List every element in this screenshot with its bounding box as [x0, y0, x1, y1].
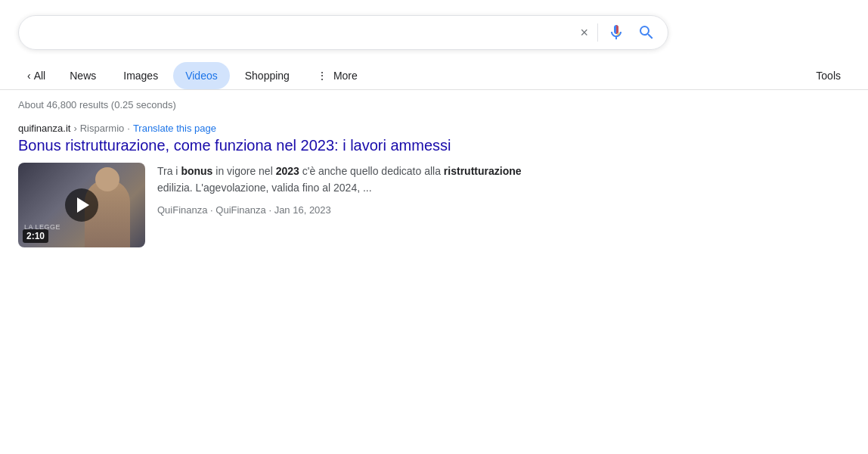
- tab-more[interactable]: ⋮ More: [305, 62, 370, 89]
- tab-news-label: News: [70, 70, 96, 82]
- back-arrow: ‹: [27, 70, 31, 82]
- tools-label: Tools: [816, 70, 841, 82]
- play-triangle-icon: [77, 197, 89, 213]
- mic-icon[interactable]: [607, 23, 625, 42]
- tab-more-label: More: [333, 70, 358, 82]
- result-snippet: Tra i bonus in vigore nel 2023 c'è anche…: [157, 163, 556, 219]
- tab-news[interactable]: News: [57, 62, 108, 89]
- tab-all[interactable]: ‹ All: [18, 62, 54, 89]
- result-source: quifinanza.it › Risparmio · Translate th…: [18, 123, 556, 134]
- tools-button[interactable]: Tools: [807, 62, 850, 89]
- search-icon[interactable]: [637, 23, 656, 42]
- result-card: quifinanza.it › Risparmio · Translate th…: [0, 117, 575, 260]
- results-count: About 46,800 results (0.25 seconds): [18, 99, 176, 110]
- snippet-mid1: in vigore nel: [212, 165, 275, 177]
- tab-videos[interactable]: Videos: [173, 62, 230, 89]
- more-dots-icon: ⋮: [317, 70, 327, 82]
- tab-shopping-label: Shopping: [245, 70, 290, 82]
- search-input[interactable]: bonus ristrutturazione 2023: [31, 26, 580, 39]
- video-thumbnail[interactable]: LA LEGGE 2:10: [18, 163, 145, 247]
- tab-all-label: All: [34, 70, 46, 82]
- breadcrumb-sep: ›: [73, 123, 76, 134]
- snippet-bold1: bonus: [181, 165, 212, 177]
- tab-videos-label: Videos: [185, 70, 218, 82]
- play-button[interactable]: [65, 188, 98, 222]
- result-body: LA LEGGE 2:10 Tra i bonus in vigore nel …: [18, 163, 556, 247]
- dot-sep: ·: [127, 123, 130, 134]
- snippet-pre: Tra i: [157, 165, 181, 177]
- search-bar-wrapper: bonus ristrutturazione 2023 ×: [0, 0, 868, 62]
- search-bar-icons: ×: [580, 23, 656, 42]
- tab-shopping[interactable]: Shopping: [233, 62, 302, 89]
- tab-images[interactable]: Images: [111, 62, 170, 89]
- snippet-bold2: 2023: [276, 165, 299, 177]
- search-bar: bonus ristrutturazione 2023 ×: [18, 15, 668, 50]
- tab-images-label: Images: [123, 70, 158, 82]
- clear-button[interactable]: ×: [580, 25, 588, 41]
- result-site: quifinanza.it: [18, 123, 70, 134]
- result-meta: QuiFinanza · QuiFinanza · Jan 16, 2023: [157, 203, 556, 219]
- results-info: About 46,800 results (0.25 seconds): [0, 90, 868, 117]
- result-section: Risparmio: [80, 123, 125, 134]
- translate-link[interactable]: Translate this page: [133, 123, 216, 134]
- snippet-mid2: c'è anche quello dedicato alla: [299, 165, 444, 177]
- divider: [597, 23, 598, 42]
- result-title[interactable]: Bonus ristrutturazione, come funziona ne…: [18, 135, 556, 155]
- snippet-post: edilizia. L'agevolazione, valida fino al…: [157, 182, 372, 194]
- tabs-wrapper: ‹ All News Images Videos Shopping ⋮ More…: [0, 62, 868, 90]
- snippet-bold3: ristrutturazione: [444, 165, 522, 177]
- video-duration: 2:10: [23, 229, 48, 243]
- person-head: [95, 167, 119, 191]
